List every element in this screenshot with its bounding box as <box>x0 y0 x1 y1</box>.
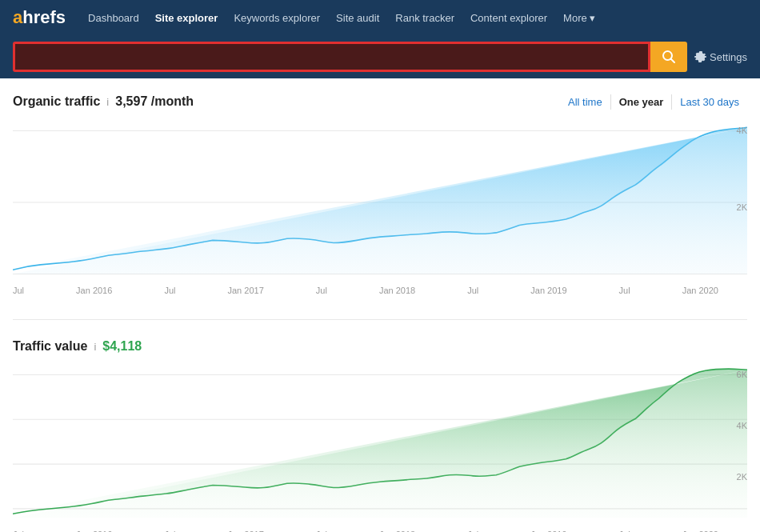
x-label-jul2: Jul <box>164 286 175 295</box>
traffic-value-title-group: Traffic value i $4,118 <box>13 339 142 354</box>
organic-traffic-chart-container: 4K 2K Jul Jan 2016 Jul Jan 2017 Jul Jan … <box>13 122 747 295</box>
x-label-jul4: Jul <box>467 286 478 295</box>
filter-last-30-days[interactable]: Last 30 days <box>672 94 747 110</box>
search-icon <box>662 50 676 64</box>
logo: ahrefs <box>13 7 66 28</box>
nav-dashboard[interactable]: Dashboard <box>82 9 146 27</box>
organic-traffic-time-filters: All time One year Last 30 days <box>560 94 747 110</box>
filter-all-time[interactable]: All time <box>560 94 611 110</box>
organic-traffic-header: Organic traffic i 3,597 /month All time … <box>13 94 747 110</box>
organic-traffic-title-group: Organic traffic i 3,597 /month <box>13 94 194 109</box>
nav-site-explorer[interactable]: Site explorer <box>149 9 225 27</box>
search-input[interactable] <box>13 42 650 72</box>
organic-traffic-section: Organic traffic i 3,597 /month All time … <box>13 94 747 295</box>
filter-one-year[interactable]: One year <box>611 94 673 110</box>
y-label-6k: 6K <box>718 370 747 379</box>
y-label-4k2: 4K <box>718 421 747 430</box>
traffic-value-chart-container: 6K 4K 2K Jul Jan 2016 Jul Jan 2017 Jul J… <box>13 366 747 532</box>
green-chart-y-labels: 6K 4K 2K <box>718 366 747 526</box>
search-bar: Settings <box>0 35 760 78</box>
x-label-jan2016: Jan 2016 <box>76 286 112 295</box>
nav-rank-tracker[interactable]: Rank tracker <box>389 9 461 27</box>
green-chart-x-labels: Jul Jan 2016 Jul Jan 2017 Jul Jan 2018 J… <box>13 526 718 532</box>
settings-label: Settings <box>710 51 747 63</box>
x-label-jan2019: Jan 2019 <box>530 286 566 295</box>
x-label-jan2018: Jan 2018 <box>379 286 415 295</box>
x-label-jul: Jul <box>13 286 24 295</box>
organic-traffic-value: 3,597 /month <box>115 94 194 109</box>
search-button[interactable] <box>650 42 687 72</box>
svg-line-1 <box>671 59 675 63</box>
search-input-wrap <box>13 42 687 72</box>
main-content: Organic traffic i 3,597 /month All time … <box>0 78 760 532</box>
organic-traffic-info[interactable]: i <box>106 96 109 108</box>
main-nav: Dashboard Site explorer Keywords explore… <box>82 9 602 27</box>
section-divider <box>13 319 747 320</box>
x-label-jul3: Jul <box>316 286 327 295</box>
blue-chart-svg <box>13 122 747 282</box>
organic-traffic-title: Organic traffic <box>13 94 100 109</box>
traffic-value-section: Traffic value i $4,118 <box>13 339 747 532</box>
nav-content-explorer[interactable]: Content explorer <box>464 9 554 27</box>
gear-icon <box>694 50 706 63</box>
x-label-jan2017: Jan 2017 <box>227 286 263 295</box>
navbar: ahrefs Dashboard Site explorer Keywords … <box>0 0 760 35</box>
green-chart-svg <box>13 366 747 526</box>
y-label-2k: 2K <box>718 202 747 212</box>
nav-site-audit[interactable]: Site audit <box>330 9 386 27</box>
traffic-value-header: Traffic value i $4,118 <box>13 339 747 354</box>
settings-button[interactable]: Settings <box>694 50 747 63</box>
nav-more[interactable]: More ▾ <box>557 9 602 27</box>
traffic-value-chart: 6K 4K 2K <box>13 366 747 526</box>
organic-traffic-chart: 4K 2K <box>13 122 747 282</box>
logo-hrefs: hrefs <box>22 7 66 27</box>
y-label-4k: 4K <box>718 126 747 135</box>
logo-a: a <box>13 7 22 27</box>
x-label-jul5: Jul <box>619 286 630 295</box>
blue-chart-x-labels: Jul Jan 2016 Jul Jan 2017 Jul Jan 2018 J… <box>13 282 718 295</box>
blue-chart-y-labels: 4K 2K <box>718 122 747 282</box>
nav-keywords-explorer[interactable]: Keywords explorer <box>227 9 326 27</box>
y-label-2k2: 2K <box>718 472 747 482</box>
traffic-value-title: Traffic value <box>13 339 87 354</box>
traffic-value-info[interactable]: i <box>94 341 96 353</box>
traffic-value-amount: $4,118 <box>102 339 142 354</box>
x-label-jan2020: Jan 2020 <box>682 286 718 295</box>
